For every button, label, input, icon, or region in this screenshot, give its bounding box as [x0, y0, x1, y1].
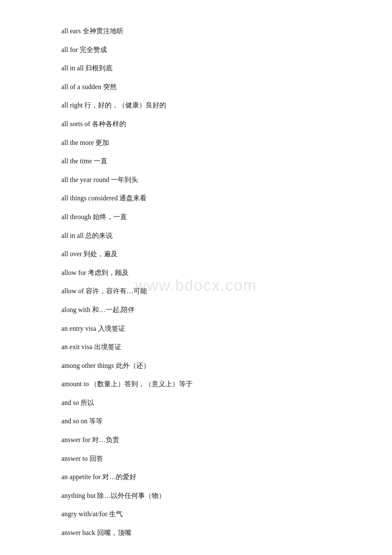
- phrase-text: along with: [61, 306, 90, 313]
- list-item: all in all 归根到底: [61, 63, 331, 74]
- list-item: an exit visa 出境签证: [61, 341, 331, 353]
- phrase-text: anything but: [61, 492, 95, 499]
- list-item: angry with/at/for 生气: [61, 509, 331, 520]
- phrase-text: an appetite for: [61, 473, 101, 480]
- translation-text: 完全赞成: [80, 46, 107, 53]
- list-item: allow for 考虑到，顾及: [61, 267, 331, 278]
- phrase-text: amount to: [61, 380, 89, 387]
- list-item: all things considered 通盘来看: [61, 193, 331, 204]
- phrase-text: and so: [61, 399, 79, 406]
- phrase-text: among other things: [61, 362, 114, 369]
- translation-text: 考虑到，顾及: [88, 269, 129, 276]
- phrase-text: an entry visa: [61, 325, 96, 332]
- phrase-text: all through: [61, 213, 91, 220]
- phrase-text: all right: [61, 101, 83, 109]
- translation-text: 入境签证: [98, 325, 125, 332]
- phrase-text: an exit visa: [61, 343, 92, 350]
- list-item: all through 始终，一直: [61, 211, 331, 223]
- list-item: all for 完全赞成: [61, 44, 331, 55]
- translation-text: 一年到头: [111, 176, 138, 183]
- translation-text: 所以: [81, 399, 94, 406]
- phrase-text: all the year round: [61, 176, 109, 183]
- phrase-text: all in all: [61, 64, 84, 72]
- list-item: answer for 对…负责: [61, 434, 331, 445]
- list-item: answer back 回嘴，顶嘴: [61, 527, 331, 538]
- translation-text: 此外（还）: [116, 362, 150, 369]
- phrase-text: answer back: [61, 529, 95, 536]
- translation-text: 出境签证: [94, 343, 121, 350]
- list-item: all the year round 一年到头: [61, 174, 331, 185]
- list-item: along with 和…一起,陪伴: [61, 304, 331, 315]
- translation-text: 一直: [94, 157, 107, 165]
- list-item: allow of 容许，容许有…可能: [61, 286, 331, 297]
- list-item: answer to 回答: [61, 453, 331, 464]
- phrase-text: all the time: [61, 157, 92, 165]
- phrase-text: answer to: [61, 455, 88, 462]
- phrase-text: and so on: [61, 417, 87, 425]
- list-item: among other things 此外（还）: [61, 360, 331, 371]
- phrase-text: all things considered: [61, 194, 118, 202]
- entries-list: all ears 全神贯注地听all for 完全赞成all in all 归根…: [61, 26, 331, 538]
- phrase-text: all sorts of: [61, 120, 90, 127]
- phrase-text: allow of: [61, 287, 84, 295]
- list-item: an appetite for 对…的爱好: [61, 471, 331, 483]
- translation-text: 对…的爱好: [102, 473, 136, 480]
- translation-text: 突然: [103, 83, 117, 90]
- phrase-text: all for: [61, 46, 78, 53]
- translation-text: 通盘来看: [119, 194, 147, 202]
- phrase-text: angry with/at/for: [61, 510, 107, 517]
- phrase-text: all the more: [61, 139, 94, 146]
- translation-text: 和…一起,陪伴: [92, 306, 135, 313]
- translation-text: 归根到底: [85, 64, 112, 72]
- phrase-text: all in all: [61, 232, 84, 239]
- list-item: all over 到处，遍及: [61, 249, 331, 260]
- phrase-text: all ears: [61, 27, 81, 35]
- phrase-text: answer for: [61, 436, 90, 443]
- phrase-text: all of a sudden: [61, 83, 101, 90]
- page-container: www.bdocx.com all ears 全神贯注地听all for 完全赞…: [0, 0, 392, 555]
- translation-text: （数量上）答到，（意义上）等于: [90, 380, 193, 387]
- translation-text: 始终，一直: [93, 213, 127, 220]
- list-item: all ears 全神贯注地听: [61, 26, 331, 37]
- list-item: all in all 总的来说: [61, 230, 331, 241]
- translation-text: 总的来说: [85, 232, 112, 239]
- translation-text: 生气: [109, 510, 123, 517]
- phrase-text: allow for: [61, 269, 86, 276]
- translation-text: 回嘴，顶嘴: [97, 529, 131, 536]
- list-item: and so 所以: [61, 397, 331, 408]
- list-item: and so on 等等: [61, 416, 331, 427]
- list-item: all of a sudden 突然: [61, 81, 331, 92]
- list-item: amount to （数量上）答到，（意义上）等于: [61, 379, 331, 390]
- list-item: anything but 除…以外任何事（物）: [61, 490, 331, 501]
- translation-text: 除…以外任何事（物）: [97, 492, 165, 499]
- translation-text: 到处，遍及: [84, 250, 118, 257]
- list-item: all the time 一直: [61, 156, 331, 167]
- list-item: all the more 更加: [61, 137, 331, 148]
- translation-text: 全神贯注地听: [83, 27, 124, 35]
- phrase-text: all over: [61, 250, 82, 257]
- translation-text: 容许，容许有…可能: [86, 287, 147, 295]
- translation-text: 回答: [89, 455, 103, 462]
- translation-text: 行，好的，（健康）良好的: [84, 101, 166, 109]
- translation-text: 更加: [95, 139, 109, 146]
- list-item: all sorts of 各种各样的: [61, 119, 331, 130]
- list-item: all right 行，好的，（健康）良好的: [61, 100, 331, 111]
- list-item: an entry visa 入境签证: [61, 323, 331, 334]
- translation-text: 对…负责: [92, 436, 119, 443]
- translation-text: 各种各样的: [92, 120, 126, 127]
- translation-text: 等等: [89, 417, 103, 425]
